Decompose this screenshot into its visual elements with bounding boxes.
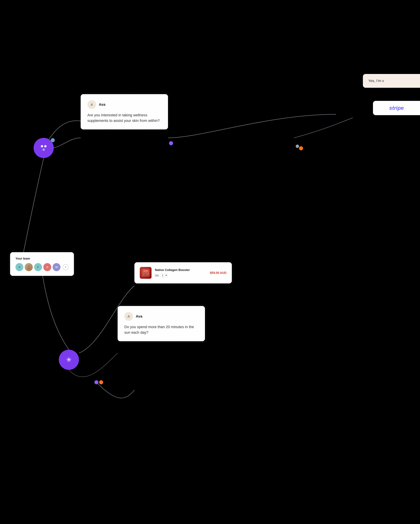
team-avatar-photo [25, 263, 33, 271]
product-image [140, 267, 152, 279]
product-card: Native Collagen Booster Qty 1 2 3 $59.00… [134, 262, 232, 283]
connector-dot-orange-1 [299, 146, 303, 150]
connector-dot-orange-2 [99, 380, 103, 384]
team-title: Your team [16, 257, 69, 260]
team-avatar-hr: HR [52, 263, 60, 271]
purple-asterisk-node: ✳ [59, 350, 79, 370]
yes-response-card: Yes, I'm v [363, 74, 420, 88]
svg-rect-4 [144, 271, 148, 272]
ava-speaker-name-2: Ava [136, 314, 142, 319]
add-member-button[interactable]: + [62, 264, 69, 270]
team-avatar-c: C [43, 263, 51, 271]
product-name: Native Collagen Booster [155, 268, 207, 272]
ava-avatar-2: A [124, 312, 133, 321]
ava-question-card-2: A Ava Do you spend more than 20 minutes … [118, 306, 205, 341]
connector-dot-purple-1 [169, 141, 173, 145]
ava-question-card-1: A Ava Are you interested in taking welln… [81, 94, 168, 130]
connector-dot-purple-2 [94, 380, 98, 384]
ava-avatar-1: A [87, 100, 96, 109]
ava-speaker-name-1: Ava [99, 102, 105, 107]
svg-rect-2 [142, 271, 149, 276]
qty-select[interactable]: 1 2 3 [160, 273, 168, 277]
stripe-logo: stripe [389, 105, 404, 111]
connector-dot-gray-1 [296, 145, 299, 148]
yes-text: Yes, I'm v [368, 79, 384, 83]
product-price: $59.00 AUD [210, 271, 226, 275]
ava-question-text-2: Do you spend more than 20 minutes in the… [124, 324, 198, 335]
connector-dot-blue-1 [51, 138, 55, 142]
asterisk-icon: ✳ [66, 356, 72, 364]
svg-rect-3 [143, 270, 148, 271]
svg-point-0 [28, 265, 30, 267]
stripe-payment-card: stripe [373, 101, 420, 115]
team-card: Your team S F C HR + [10, 252, 74, 276]
team-avatar-s: S [16, 263, 23, 271]
qty-label: Qty [155, 274, 159, 277]
svg-point-5 [144, 274, 148, 275]
ava-question-text-1: Are you interested in taking wellness su… [87, 112, 161, 123]
team-avatar-f: F [34, 263, 42, 271]
svg-point-1 [27, 268, 30, 270]
